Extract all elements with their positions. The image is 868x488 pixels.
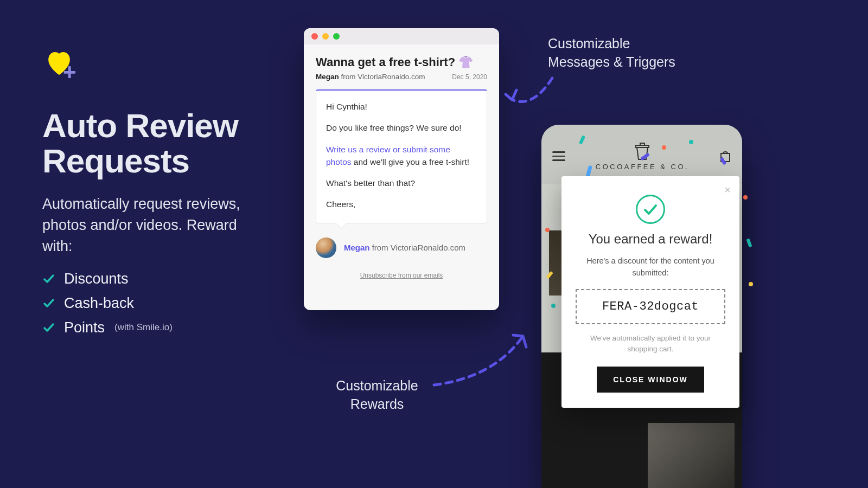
confetti-icon <box>743 195 748 200</box>
avatar <box>316 237 336 258</box>
email-sender: Megan from VictoriaRonaldo.com <box>316 73 425 81</box>
close-icon[interactable]: × <box>724 184 731 196</box>
reward-bullet-list: Discounts Cash-back Points (with Smile.i… <box>42 271 270 336</box>
signature-text: Megan from VictoriaRonaldo.com <box>344 243 465 252</box>
modal-note: We've automatically applied it to your s… <box>576 333 725 355</box>
window-close-dot[interactable] <box>311 33 318 40</box>
email-sender-name: Megan <box>316 73 339 81</box>
email-signoff: Cheers, <box>326 198 477 210</box>
confetti-icon <box>689 140 693 144</box>
callout-rewards: Customizable Rewards <box>328 377 426 414</box>
discount-code[interactable]: FERA-32dogcat <box>576 289 725 324</box>
email-mockup-window: Wanna get a free t-shirt? 👚 Megan from V… <box>304 28 499 310</box>
email-cta-line: Write us a review or submit some photos … <box>326 143 477 169</box>
bullet-small-note: (with Smile.io) <box>114 322 173 333</box>
unsubscribe-row: Unsubscribe from our emails <box>304 270 499 280</box>
bullet-label: Discounts <box>64 271 129 287</box>
left-panel: + Auto Review Requests Automatically req… <box>42 46 270 344</box>
title-line1: Auto Review <box>42 107 238 144</box>
email-body: Hi Cynthia! Do you like free things? We … <box>316 89 487 223</box>
bullet-discounts: Discounts <box>42 271 270 287</box>
product-tile[interactable] <box>648 423 735 488</box>
confetti-icon <box>662 145 666 150</box>
email-greeting: Hi Cynthia! <box>326 100 477 113</box>
reward-modal: × You earned a reward! Here's a discount… <box>561 176 739 408</box>
check-icon <box>42 272 55 285</box>
confetti-icon <box>749 282 753 286</box>
page-title: Auto Review Requests <box>42 108 270 178</box>
check-icon <box>42 297 55 310</box>
email-line1: Do you like free things? We sure do! <box>326 121 477 134</box>
store-brand-text: COCOAFFEE & CO. <box>596 163 689 171</box>
speech-bubble-tail <box>336 223 347 228</box>
callout-messages-triggers: Customizable Messages & Triggers <box>548 35 675 72</box>
confetti-icon <box>545 228 550 232</box>
email-signature: Megan from VictoriaRonaldo.com <box>304 230 499 258</box>
modal-title: You earned a reward! <box>576 232 725 247</box>
email-subject: Wanna get a free t-shirt? 👚 <box>316 55 487 69</box>
phone-header: COCOAFFEE & CO. <box>541 125 742 184</box>
email-header: Wanna get a free t-shirt? 👚 Megan from V… <box>304 44 499 84</box>
check-icon <box>643 203 658 216</box>
confetti-icon <box>551 304 556 308</box>
arrow-top <box>500 70 554 119</box>
arrow-bottom <box>429 320 537 390</box>
bullet-label: Points <box>64 319 105 336</box>
success-badge <box>636 195 665 224</box>
bullet-label: Cash-back <box>64 295 134 312</box>
plus-icon: + <box>63 59 76 85</box>
window-minimize-dot[interactable] <box>322 33 329 40</box>
bullet-points: Points (with Smile.io) <box>42 319 270 336</box>
window-titlebar <box>304 28 499 44</box>
title-line2: Requests <box>42 142 189 179</box>
bullet-cashback: Cash-back <box>42 295 270 312</box>
brand-logo: + <box>42 46 86 80</box>
email-date: Dec 5, 2020 <box>452 73 487 81</box>
hamburger-icon[interactable] <box>552 151 565 161</box>
confetti-icon <box>746 238 752 247</box>
unsubscribe-link[interactable]: Unsubscribe from our emails <box>360 272 443 279</box>
page-subtitle: Automatically request reviews, photos an… <box>42 194 270 257</box>
check-icon <box>42 321 55 334</box>
close-window-button[interactable]: CLOSE WINDOW <box>597 367 704 393</box>
window-maximize-dot[interactable] <box>333 33 340 40</box>
email-line3: What's better than that? <box>326 177 477 189</box>
modal-lead: Here's a discount for the content you su… <box>576 255 725 279</box>
